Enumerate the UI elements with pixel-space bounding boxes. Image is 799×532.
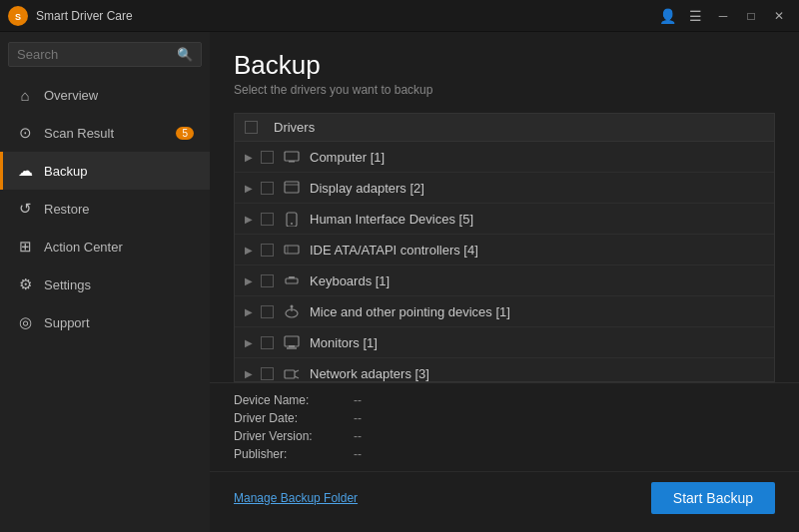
driver-list-item[interactable]: ▶ Network adapters [3] xyxy=(235,358,774,382)
driver-name: Computer [1] xyxy=(310,150,385,165)
expand-icon[interactable]: ▶ xyxy=(245,337,255,348)
svg-rect-10 xyxy=(286,278,298,283)
main-content: Backup Select the drivers you want to ba… xyxy=(210,32,799,532)
maximize-button[interactable]: □ xyxy=(739,6,763,26)
expand-icon[interactable]: ▶ xyxy=(245,368,255,379)
driver-checkbox[interactable] xyxy=(261,274,274,287)
window-controls: 👤 ☰ ─ □ ✕ xyxy=(655,6,791,26)
header-checkbox[interactable] xyxy=(245,121,258,134)
sidebar-item-restore[interactable]: ↺ Restore xyxy=(0,190,210,228)
svg-rect-15 xyxy=(285,336,299,346)
svg-text:S: S xyxy=(15,12,21,22)
driver-checkbox[interactable] xyxy=(261,182,274,195)
driver-list-item[interactable]: ▶ Human Interface Devices [5] xyxy=(235,204,774,235)
driver-device-icon xyxy=(282,334,302,350)
device-name-value: -- xyxy=(354,393,362,407)
nav-items: ⌂ Overview ⊙ Scan Result 5 ☁ Backup ↺ Re… xyxy=(0,77,210,532)
driver-date-label: Driver Date: xyxy=(234,411,354,425)
scan-result-badge: 5 xyxy=(176,127,194,140)
driver-checkbox[interactable] xyxy=(261,244,274,257)
start-backup-button[interactable]: Start Backup xyxy=(651,482,775,514)
driver-device-icon xyxy=(282,242,302,258)
page-subtitle: Select the drivers you want to backup xyxy=(234,83,775,97)
driver-checkbox[interactable] xyxy=(261,213,274,226)
overview-icon: ⌂ xyxy=(16,87,34,104)
driver-list-item[interactable]: ▶ IDE ATA/ATAPI controllers [4] xyxy=(235,235,774,266)
footer: Manage Backup Folder Start Backup xyxy=(210,471,799,524)
action-center-label: Action Center xyxy=(44,240,123,255)
app-logo: S xyxy=(8,6,28,26)
restore-label: Restore xyxy=(44,202,90,217)
driver-date-value: -- xyxy=(354,411,362,425)
svg-rect-2 xyxy=(285,152,299,161)
scan-result-icon: ⊙ xyxy=(16,124,34,142)
manage-backup-link[interactable]: Manage Backup Folder xyxy=(234,491,358,505)
device-name-label: Device Name: xyxy=(234,393,354,407)
driver-list-item[interactable]: ▶ Keyboards [1] xyxy=(235,266,774,296)
expand-icon[interactable]: ▶ xyxy=(245,152,255,163)
driver-table-header: Drivers xyxy=(235,114,774,142)
svg-point-14 xyxy=(291,305,294,308)
driver-checkbox[interactable] xyxy=(261,305,274,318)
driver-name: Monitors [1] xyxy=(310,335,378,350)
driver-device-icon xyxy=(282,272,302,288)
page-header: Backup Select the drivers you want to ba… xyxy=(210,32,799,105)
svg-rect-18 xyxy=(285,370,295,378)
close-button[interactable]: ✕ xyxy=(767,6,791,26)
support-icon: ◎ xyxy=(16,313,34,331)
driver-name: Mice and other pointing devices [1] xyxy=(310,304,510,319)
driver-list-item[interactable]: ▶ Mice and other pointing devices [1] xyxy=(235,296,774,327)
publisher-row: Publisher: -- xyxy=(234,447,775,461)
driver-name: IDE ATA/ATAPI controllers [4] xyxy=(310,243,478,258)
expand-icon[interactable]: ▶ xyxy=(245,306,255,317)
sidebar-item-scan-result[interactable]: ⊙ Scan Result 5 xyxy=(0,114,210,152)
svg-line-19 xyxy=(295,370,299,372)
driver-name: Network adapters [3] xyxy=(310,366,429,381)
support-label: Support xyxy=(44,315,90,330)
driver-rows: ▶ Computer [1] ▶ Display adapters [2] ▶ … xyxy=(235,142,774,382)
publisher-label: Publisher: xyxy=(234,447,354,461)
expand-icon[interactable]: ▶ xyxy=(245,214,255,225)
menu-icon[interactable]: ☰ xyxy=(683,6,707,26)
backup-icon: ☁ xyxy=(16,162,34,180)
settings-label: Settings xyxy=(44,277,91,292)
title-bar: S Smart Driver Care 👤 ☰ ─ □ ✕ xyxy=(0,0,799,32)
driver-date-row: Driver Date: -- xyxy=(234,411,775,425)
svg-rect-4 xyxy=(285,182,299,193)
scan-result-label: Scan Result xyxy=(44,126,114,141)
driver-checkbox[interactable] xyxy=(261,367,274,380)
driver-version-label: Driver Version: xyxy=(234,429,354,443)
expand-icon[interactable]: ▶ xyxy=(245,183,255,194)
sidebar-item-overview[interactable]: ⌂ Overview xyxy=(0,77,210,114)
search-icon: 🔍 xyxy=(177,47,193,62)
sidebar-item-action-center[interactable]: ⊞ Action Center xyxy=(0,228,210,266)
driver-list-item[interactable]: ▶ Monitors [1] xyxy=(235,327,774,358)
driver-list-item[interactable]: ▶ Display adapters [2] xyxy=(235,173,774,204)
svg-rect-11 xyxy=(289,276,295,278)
sidebar-item-backup[interactable]: ☁ Backup xyxy=(0,152,210,190)
svg-line-20 xyxy=(295,376,299,378)
driver-name: Display adapters [2] xyxy=(310,181,424,196)
driver-checkbox[interactable] xyxy=(261,336,274,349)
search-input[interactable] xyxy=(17,47,177,62)
driver-device-icon xyxy=(282,365,302,381)
info-panel: Device Name: -- Driver Date: -- Driver V… xyxy=(210,382,799,471)
search-box[interactable]: 🔍 xyxy=(8,42,202,67)
expand-icon[interactable]: ▶ xyxy=(245,245,255,256)
driver-checkbox[interactable] xyxy=(261,151,274,164)
driver-device-icon xyxy=(282,211,302,227)
sidebar: 🔍 ⌂ Overview ⊙ Scan Result 5 ☁ Backup ↺ … xyxy=(0,32,210,532)
driver-name: Human Interface Devices [5] xyxy=(310,212,473,227)
driver-version-value: -- xyxy=(354,429,362,443)
svg-point-7 xyxy=(291,223,293,225)
sidebar-item-settings[interactable]: ⚙ Settings xyxy=(0,266,210,303)
device-name-row: Device Name: -- xyxy=(234,393,775,407)
restore-icon: ↺ xyxy=(16,200,34,218)
expand-icon[interactable]: ▶ xyxy=(245,275,255,286)
driver-list-item[interactable]: ▶ Computer [1] xyxy=(235,142,774,173)
sidebar-item-support[interactable]: ◎ Support xyxy=(0,303,210,341)
publisher-value: -- xyxy=(354,447,362,461)
driver-device-icon xyxy=(282,180,302,196)
user-icon[interactable]: 👤 xyxy=(655,6,679,26)
minimize-button[interactable]: ─ xyxy=(711,6,735,26)
